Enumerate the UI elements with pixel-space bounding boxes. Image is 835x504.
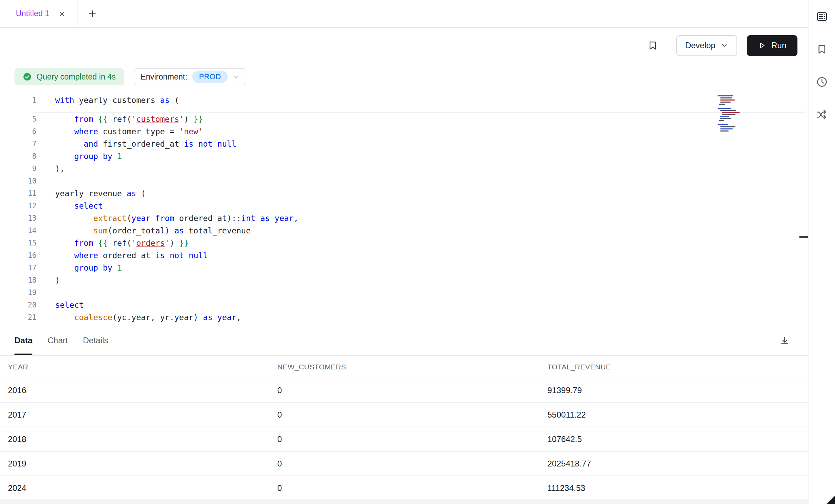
environment-value-badge: PROD (192, 71, 228, 83)
develop-label: Develop (685, 41, 715, 50)
chevron-down-icon (233, 73, 239, 80)
table-cell: 0 (277, 483, 547, 493)
editor-horizontal-scrollbar[interactable] (31, 107, 808, 113)
code-line[interactable]: 14 sum(order_total) as total_revenue (0, 224, 808, 237)
play-icon (758, 41, 766, 50)
status-bar: Query completed in 4s Environment: PROD (0, 62, 808, 91)
line-number: 12 (0, 200, 37, 212)
code-line[interactable]: 6 where customer_type = 'new' (0, 125, 808, 138)
table-cell: 2017 (0, 410, 277, 420)
table-cell: 0 (277, 410, 547, 420)
table-body: 2016091399.7920170550011.2220180107642.5… (0, 378, 808, 501)
tab-untitled-1[interactable]: Untitled 1 (0, 0, 78, 27)
tab-title: Untitled 1 (16, 9, 49, 18)
check-circle-icon (23, 72, 32, 81)
chevron-down-icon (721, 42, 728, 49)
code-line[interactable]: 8 group by 1 (0, 150, 808, 162)
line-number: 19 (0, 286, 37, 299)
line-number: 14 (0, 224, 37, 237)
table-cell: 0 (277, 386, 547, 395)
code-line[interactable]: 5 from {{ ref('customers') }} (0, 113, 808, 125)
line-number: 20 (0, 299, 37, 311)
code-lines: 1with yearly_customers as (5 from {{ ref… (0, 94, 808, 324)
results-tab-chart[interactable]: Chart (48, 325, 68, 355)
code-line[interactable]: 13 extract(year from ordered_at)::int as… (0, 212, 808, 224)
code-line[interactable]: 18) (0, 274, 808, 286)
main-area: Untitled 1 Develop Run (0, 0, 808, 504)
table-cell: 107642.5 (547, 434, 808, 444)
code-line[interactable]: 1with yearly_customers as ( (0, 94, 808, 106)
line-number: 11 (0, 187, 37, 200)
table-cell: 111234.53 (547, 483, 808, 493)
code-line[interactable]: 7 and first_ordered_at is not null (0, 138, 808, 150)
new-tab-button[interactable] (88, 9, 97, 18)
query-status-text: Query completed in 4s (37, 72, 116, 82)
line-number: 15 (0, 237, 37, 249)
line-number: 7 (0, 138, 37, 150)
code-line[interactable]: 16 where ordered_at is not null (0, 249, 808, 262)
table-cell: 2025418.77 (547, 459, 808, 469)
code-line[interactable]: 17 group by 1 (0, 262, 808, 274)
scrollbar-thumb[interactable] (799, 236, 808, 238)
history-icon[interactable] (814, 74, 830, 90)
table-cell: 2016 (0, 386, 277, 395)
table-cell: 2018 (0, 434, 277, 444)
table-cell: 550011.22 (547, 410, 808, 420)
code-line[interactable]: 20select (0, 299, 808, 311)
results-tab-details[interactable]: Details (83, 325, 108, 355)
line-number: 1 (0, 94, 37, 106)
table-row: 20170550011.22 (0, 403, 808, 427)
ref-link[interactable]: orders (136, 239, 165, 248)
table-header-row: YEARNEW_CUSTOMERSTOTAL_REVENUE (0, 356, 808, 378)
code-line[interactable]: 10 (0, 175, 808, 187)
line-number: 6 (0, 125, 37, 138)
environment-label: Environment: (141, 72, 187, 82)
line-number: 17 (0, 262, 37, 274)
results-tab-data[interactable]: Data (14, 325, 32, 355)
table-row: 20180107642.5 (0, 427, 808, 452)
results-tabs: DataChartDetails (0, 325, 808, 356)
code-line[interactable]: 11yearly_revenue as ( (0, 187, 808, 200)
column-header: TOTAL_REVENUE (547, 363, 808, 371)
code-line[interactable]: 21 coalesce(yc.year, yr.year) as year, (0, 311, 808, 324)
table-cell: 0 (277, 434, 547, 444)
column-header: NEW_CUSTOMERS (277, 363, 547, 371)
resize-grip[interactable] (827, 496, 835, 504)
download-icon[interactable] (780, 325, 790, 355)
code-outline-icon[interactable] (814, 8, 830, 25)
toolbar: Develop Run (0, 29, 808, 62)
sql-editor[interactable]: 1with yearly_customers as (5 from {{ ref… (0, 91, 808, 325)
line-number: 16 (0, 249, 37, 262)
table-row: 201902025418.77 (0, 452, 808, 476)
run-button[interactable]: Run (747, 35, 797, 56)
query-status-badge: Query completed in 4s (14, 68, 124, 85)
code-line[interactable]: 12 select (0, 200, 808, 212)
table-cell: 2024 (0, 483, 277, 493)
environment-selector[interactable]: Environment: PROD (134, 68, 246, 85)
line-number: 21 (0, 311, 37, 324)
develop-dropdown[interactable]: Develop (676, 35, 737, 56)
table-row: 2016091399.79 (0, 378, 808, 403)
column-header: YEAR (0, 363, 277, 371)
line-number: 18 (0, 274, 37, 286)
lineage-icon[interactable] (814, 106, 830, 123)
code-line[interactable]: 9), (0, 162, 808, 175)
bookmark-icon[interactable] (814, 41, 830, 57)
line-number: 10 (0, 175, 37, 187)
horizontal-scrollbar[interactable] (0, 499, 808, 504)
bookmark-icon[interactable] (647, 39, 658, 52)
ref-link[interactable]: customers (136, 115, 179, 124)
close-tab-icon[interactable] (58, 10, 66, 18)
tab-bar: Untitled 1 (0, 0, 808, 28)
line-number: 5 (0, 113, 37, 125)
code-line[interactable]: 15 from {{ ref('orders') }} (0, 237, 808, 249)
table-cell: 91399.79 (547, 386, 808, 395)
table-cell: 0 (277, 459, 547, 469)
run-label: Run (771, 41, 786, 50)
minimap[interactable] (718, 95, 760, 134)
code-line[interactable]: 19 (0, 286, 808, 299)
line-number: 9 (0, 162, 37, 175)
line-number: 13 (0, 212, 37, 224)
line-number: 8 (0, 150, 37, 162)
right-sidebar (808, 0, 835, 504)
